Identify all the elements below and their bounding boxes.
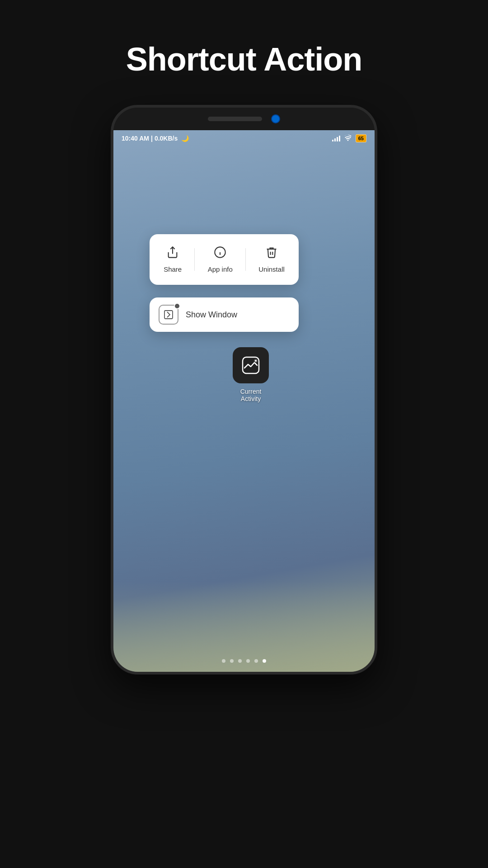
dot-5	[254, 659, 258, 663]
shortcut-menu-top: Share App info	[150, 234, 299, 285]
moon-icon: 🌙	[181, 135, 189, 142]
app-info-action[interactable]: App info	[202, 243, 239, 276]
dot-2	[230, 659, 234, 663]
battery-percent: 65	[358, 136, 364, 141]
signal-bar-1	[332, 140, 333, 142]
dot-1	[222, 659, 225, 663]
signal-bars	[332, 135, 340, 142]
dot-3	[238, 659, 242, 663]
svg-point-7	[255, 360, 257, 362]
app-icon-container[interactable]: Current Activity	[233, 347, 269, 402]
signal-bar-2	[334, 138, 336, 142]
page-title: Shortcut Action	[126, 41, 362, 78]
show-window-label: Show Window	[186, 310, 237, 320]
dot-4	[246, 659, 250, 663]
phone-camera	[271, 114, 280, 123]
app-info-label: App info	[208, 265, 233, 273]
share-label: Share	[164, 265, 182, 273]
show-window-icon	[159, 305, 178, 325]
speed-separator: |	[151, 135, 153, 142]
wifi-icon	[344, 135, 352, 142]
show-window-badge	[174, 303, 180, 309]
bottom-landscape	[113, 581, 375, 672]
time-display: 10:40 AM	[122, 135, 149, 142]
status-bar: 10:40 AM | 0.0KB/s 🌙 65	[113, 130, 375, 146]
share-icon	[166, 246, 179, 262]
shortcut-menu-bottom[interactable]: Show Window	[150, 297, 299, 332]
trash-icon	[265, 246, 278, 262]
svg-rect-4	[164, 311, 173, 319]
app-icon	[233, 347, 269, 383]
share-action[interactable]: Share	[157, 243, 188, 276]
uninstall-label: Uninstall	[258, 265, 285, 273]
status-left: 10:40 AM | 0.0KB/s 🌙	[122, 135, 189, 142]
uninstall-action[interactable]: Uninstall	[252, 243, 291, 276]
network-speed: 0.0KB/s	[155, 135, 178, 142]
dot-6-active	[263, 659, 266, 663]
phone-speaker	[208, 117, 262, 121]
phone-screen: 10:40 AM | 0.0KB/s 🌙 65	[113, 130, 375, 672]
phone-frame: 10:40 AM | 0.0KB/s 🌙 65	[111, 105, 377, 675]
signal-bar-4	[339, 136, 340, 142]
dock-dots	[113, 659, 375, 663]
signal-bar-3	[337, 137, 338, 142]
phone-top-bar	[113, 108, 375, 130]
app-icon-label: Current Activity	[240, 388, 262, 402]
status-right: 65	[332, 134, 366, 142]
divider-2	[245, 248, 246, 271]
divider-1	[194, 248, 195, 271]
battery-indicator: 65	[356, 134, 366, 142]
info-icon	[214, 246, 226, 262]
